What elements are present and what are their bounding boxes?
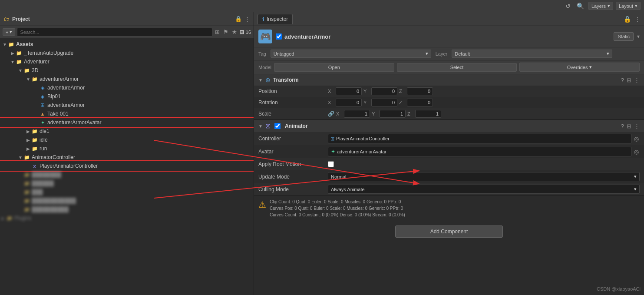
folder-icon-run: 📁 xyxy=(31,145,38,152)
culling-mode-row: Culling Mode Always Animate ▾ xyxy=(254,183,644,196)
tree-item-take001[interactable]: ▲ Take 001 xyxy=(0,109,254,118)
lock-inspector-icon[interactable]: 🔒 xyxy=(624,16,631,23)
tree-item-animctrl-folder[interactable]: ▼ 📁 AnimatorController xyxy=(0,153,254,162)
controller-ref-value: PlayerAnimatorController xyxy=(336,136,390,141)
transform-header[interactable]: ▼ ⊕ Transform ? ⊞ ⋮ xyxy=(254,74,644,86)
tree-item-run[interactable]: ▶ 📁 run xyxy=(0,144,254,153)
scale-y-input[interactable] xyxy=(380,110,406,118)
add-component-button[interactable]: Add Component xyxy=(395,225,503,238)
tree-item-avatar[interactable]: ✦ adventurerArmorAvatar xyxy=(0,118,254,127)
animator-help-icon[interactable]: ? xyxy=(621,123,624,129)
add-component-area: Add Component xyxy=(254,221,644,242)
ctrl-icon: ⧖ xyxy=(31,162,38,169)
avatar-pick-button[interactable]: ◎ xyxy=(633,148,640,156)
apply-root-motion-row: Apply Root Motion xyxy=(254,158,644,170)
animator-header[interactable]: ▼ ⧖ Animator ? ⊞ ⋮ xyxy=(254,120,644,132)
tree-item-adventurer[interactable]: ▼ 📁 Adventurer xyxy=(0,57,254,66)
label-adventurer: Adventurer xyxy=(24,59,50,65)
transform-more-icon[interactable]: ⋮ xyxy=(634,77,640,83)
layers-dropdown[interactable]: Layers ▾ xyxy=(588,2,613,10)
update-mode-dropdown[interactable]: Normal ▾ xyxy=(328,172,640,181)
arrow-idle: ▶ xyxy=(25,138,31,143)
tag-chevron: ▾ xyxy=(426,51,428,56)
tree-item-idle[interactable]: ▶ 📁 idle xyxy=(0,136,254,144)
search-icon[interactable]: 🔍 xyxy=(575,2,586,10)
object-name-input[interactable] xyxy=(284,33,610,40)
update-mode-value: Normal ▾ xyxy=(328,172,640,181)
expand-icon[interactable]: ⊞ xyxy=(214,28,221,36)
transform-collapse-arrow[interactable]: ▼ xyxy=(258,78,263,83)
transform-expand-icon[interactable]: ⊞ xyxy=(627,77,631,83)
search-input[interactable] xyxy=(17,28,212,36)
inspector-scroll[interactable]: 🎮 Static ▾ Tag Untagged xyxy=(254,26,644,295)
mesh-icon-armor: ◈ xyxy=(39,84,46,91)
tree-item-armorgrid[interactable]: ⊞ adventureArmor xyxy=(0,101,254,109)
label-animctrl-folder: AnimatorController xyxy=(32,154,75,160)
more-icon[interactable]: ⋮ xyxy=(244,16,250,22)
overrides-dropdown[interactable]: Overrides ▾ xyxy=(519,63,640,72)
animator-more-icon[interactable]: ⋮ xyxy=(634,123,640,129)
history-icon[interactable]: ↺ xyxy=(564,2,572,10)
inspector-tab[interactable]: ℹ Inspector xyxy=(258,14,293,24)
pos-y-input[interactable] xyxy=(371,87,397,95)
file-count: 🖼 16 xyxy=(240,30,251,35)
scale-link-icon[interactable]: 🔗 xyxy=(328,111,334,117)
tree-item-terrain[interactable]: ▶ 📁 _TerrainAutoUpgrade xyxy=(0,49,254,57)
static-dropdown-arrow[interactable]: ▾ xyxy=(637,33,640,40)
scale-x-input[interactable] xyxy=(344,110,370,118)
culling-mode-dropdown[interactable]: Always Animate ▾ xyxy=(328,185,640,194)
layout-dropdown[interactable]: Layout ▾ xyxy=(616,2,641,10)
label-playerctrl: PlayerAnimatorController xyxy=(40,163,98,169)
animator-info-text: Clip Count: 0 Quat: 0 Euler: 0 Scale: 0 … xyxy=(270,199,405,218)
rot-y-input[interactable] xyxy=(371,99,397,106)
label-bip01: Bip01 xyxy=(47,93,61,99)
tree-item-3d[interactable]: ▼ 📁 3D xyxy=(0,66,254,75)
tree-item-playerctrl[interactable]: ⧖ PlayerAnimatorController xyxy=(0,162,254,170)
watermark: CSDN @xiaoyaoACi xyxy=(597,286,641,292)
tree-item-armorfolder[interactable]: ▼ 📁 adventurerArmor xyxy=(0,75,254,83)
avatar-ref-icon: ✦ xyxy=(331,149,335,155)
rot-z-input[interactable] xyxy=(407,99,433,106)
tree-item-assets[interactable]: ▼ 📁 Assets xyxy=(0,40,254,49)
controller-ref-field: ⧖ PlayerAnimatorController xyxy=(328,134,631,143)
culling-mode-selected: Always Animate xyxy=(331,187,365,192)
tag-dropdown[interactable]: Untagged ▾ xyxy=(271,50,431,58)
more-inspector-icon[interactable]: ⋮ xyxy=(634,16,641,23)
tree-item-armormesh[interactable]: ◈ adventureArmor xyxy=(0,83,254,92)
apply-root-motion-checkbox[interactable] xyxy=(328,161,334,167)
pos-x-input[interactable] xyxy=(336,87,362,95)
tree-item-bip01[interactable]: ◈ Bip01 xyxy=(0,92,254,101)
anim-icon-take: ▲ xyxy=(39,110,46,117)
animator-collapse-arrow[interactable]: ▼ xyxy=(258,124,263,129)
layer-dropdown[interactable]: Default ▾ xyxy=(452,50,612,58)
object-header: 🎮 Static ▾ xyxy=(254,26,644,47)
animator-enable-checkbox[interactable] xyxy=(274,123,281,129)
select-button[interactable]: Select xyxy=(397,63,517,72)
avatar-value: ✦ adventurerArmorAvatar ◎ xyxy=(328,147,640,156)
label-dle1: dle1 xyxy=(40,128,50,134)
scale-row: Scale 🔗 X Y Z xyxy=(254,108,644,119)
arrow-playerctrl xyxy=(25,164,31,169)
animator-expand-icon[interactable]: ⊞ xyxy=(627,123,631,129)
rot-x-input[interactable] xyxy=(336,99,362,106)
layer-value: Default xyxy=(455,51,470,56)
object-active-checkbox[interactable] xyxy=(276,33,282,40)
tree-item-blur5: 📁 ██████████ xyxy=(0,205,254,214)
open-button[interactable]: Open xyxy=(274,63,394,72)
static-button[interactable]: Static xyxy=(614,32,634,41)
label-terrain: _TerrainAutoUpgrade xyxy=(24,50,73,56)
position-row: Position X Y Z xyxy=(254,86,644,97)
culling-mode-value: Always Animate ▾ xyxy=(328,185,640,194)
transform-help-icon[interactable]: ? xyxy=(621,77,624,83)
lock-icon[interactable]: 🔒 xyxy=(235,16,242,22)
arrow-run: ▶ xyxy=(25,146,31,151)
add-button[interactable]: + ▾ xyxy=(3,28,15,36)
scale-z-input[interactable] xyxy=(415,110,441,118)
transform-icon: ⊕ xyxy=(265,76,271,83)
folder-icon-idle: 📁 xyxy=(31,136,38,143)
tree-item-dle1[interactable]: ▶ 📁 dle1 xyxy=(0,127,254,136)
filter-icon[interactable]: ⚑ xyxy=(222,28,229,36)
controller-pick-button[interactable]: ◎ xyxy=(633,135,640,143)
pos-z-input[interactable] xyxy=(407,87,433,95)
starred-icon[interactable]: ★ xyxy=(231,28,238,36)
